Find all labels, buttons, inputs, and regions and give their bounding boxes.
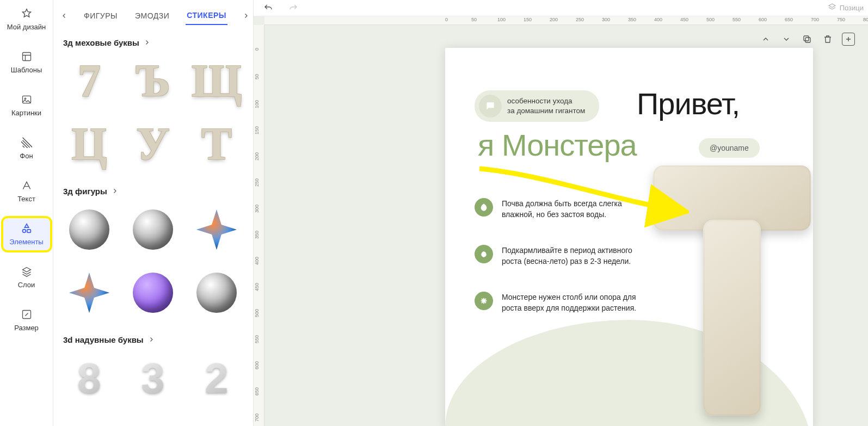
editor-area: Позици 050100150200250300350400450500550… xyxy=(254,0,868,426)
ruler-tick: 50 xyxy=(471,17,477,22)
ruler-tick: 400 xyxy=(254,257,260,265)
add-page-button[interactable] xyxy=(842,33,855,46)
tabs-next[interactable] xyxy=(243,11,249,21)
tab-emoji[interactable]: ЭМОДЗИ xyxy=(134,7,170,24)
ruler-tick: 450 xyxy=(680,17,688,22)
section-balloon-letters[interactable]: 3d надувные буквы xyxy=(63,335,243,344)
balloon-letter-item[interactable]: 2 xyxy=(190,352,243,404)
layers-icon xyxy=(828,3,836,13)
ruler-tick: 150 xyxy=(254,126,260,134)
top-toolbar: Позици xyxy=(254,0,868,16)
ruler-tick: 0 xyxy=(254,48,260,51)
artboard-actions xyxy=(759,33,855,46)
balloon-grid: 8 3 2 xyxy=(63,352,243,404)
ruler-tick: 600 xyxy=(254,361,260,369)
nav-templates[interactable]: Шаблоны xyxy=(3,46,50,78)
fur-letter-item[interactable]: Щ xyxy=(190,55,243,107)
bullet-1[interactable]: Почва должна быть всегда слегка влажной,… xyxy=(475,198,643,220)
balloon-letter-item[interactable]: 3 xyxy=(127,352,179,404)
ruler-tick: 100 xyxy=(254,100,260,108)
nav-mydesign[interactable]: Мой дизайн xyxy=(3,3,50,35)
ruler-tick: 350 xyxy=(254,231,260,239)
nav-label: Слои xyxy=(18,281,35,289)
ruler-tick: 250 xyxy=(576,17,584,22)
ruler-tick: 800 xyxy=(863,17,868,22)
fur-letter-item[interactable]: Ц xyxy=(63,118,115,170)
move-up-button[interactable] xyxy=(759,33,772,46)
chevron-right-icon xyxy=(148,335,155,344)
redo-button[interactable] xyxy=(287,2,299,14)
horizontal-ruler: 0501001502002503003504004505005506006507… xyxy=(264,16,868,25)
nav-label: Шаблоны xyxy=(11,66,42,74)
left-nav: Мой дизайн Шаблоны Картинки Фон Текст Эл… xyxy=(0,0,53,426)
design-title-1[interactable]: Привет, xyxy=(637,86,740,121)
nav-elements[interactable]: Элементы xyxy=(3,218,50,250)
balloon-letter-item[interactable]: 8 xyxy=(63,352,115,404)
fur-letter-item[interactable]: У xyxy=(127,118,179,170)
fur-letter-item[interactable]: Ъ xyxy=(127,55,179,107)
nav-layers[interactable]: Слои xyxy=(3,261,50,293)
ruler-tick: 150 xyxy=(524,17,532,22)
tag-chip[interactable]: особенности ухода за домашним гигантом xyxy=(475,90,599,122)
ruler-tick: 50 xyxy=(254,74,260,79)
nav-size[interactable]: Размер xyxy=(3,304,50,336)
svg-rect-4 xyxy=(27,230,30,233)
chevron-right-icon xyxy=(144,38,150,47)
delete-button[interactable] xyxy=(821,33,834,46)
canvas-viewport[interactable]: 0501001502002503003504004505005506006507… xyxy=(254,16,868,426)
fur-letter-item[interactable]: 7 xyxy=(63,55,115,107)
duplicate-button[interactable] xyxy=(801,33,814,46)
ruler-tick: 500 xyxy=(254,309,260,317)
shape-item[interactable] xyxy=(127,267,179,319)
nav-label: Текст xyxy=(17,195,35,203)
shape-item[interactable] xyxy=(190,267,243,319)
shape-item[interactable] xyxy=(63,267,115,319)
shape-item[interactable] xyxy=(190,203,243,256)
ruler-tick: 700 xyxy=(254,413,260,422)
panel-tabs: ФИГУРЫ ЭМОДЗИ СТИКЕРЫ xyxy=(53,0,253,25)
resize-icon xyxy=(21,308,33,320)
section-title: 3д меховые буквы xyxy=(63,38,139,47)
text-icon xyxy=(21,180,33,192)
ruler-tick: 500 xyxy=(706,17,715,22)
fur-letter-item[interactable]: Т xyxy=(190,118,243,170)
artboard[interactable]: особенности ухода за домашним гигантом П… xyxy=(445,48,813,426)
ruler-tick: 200 xyxy=(254,152,260,160)
panel-body[interactable]: 3д меховые буквы 7 Ъ Щ Ц У Т 3д фигуры xyxy=(53,25,253,426)
shape-item[interactable] xyxy=(127,203,179,256)
nav-text[interactable]: Текст xyxy=(3,175,50,207)
chat-icon xyxy=(479,95,502,118)
bullet-2[interactable]: Подкармливайте в период активного роста … xyxy=(475,245,643,267)
svg-point-2 xyxy=(24,98,26,100)
nav-label: Мой дизайн xyxy=(7,23,46,31)
shapes-icon xyxy=(21,223,33,234)
section-fur-letters[interactable]: 3д меховые буквы xyxy=(63,38,243,47)
username-pill[interactable]: @youname xyxy=(699,138,760,158)
star-icon xyxy=(21,8,33,20)
position-button[interactable]: Позици xyxy=(828,3,864,13)
ruler-tick: 400 xyxy=(654,17,662,22)
ruler-tick: 0 xyxy=(445,17,448,22)
tab-shapes[interactable]: ФИГУРЫ xyxy=(83,7,119,24)
move-down-button[interactable] xyxy=(780,33,793,46)
undo-button[interactable] xyxy=(262,2,274,14)
tab-stickers[interactable]: СТИКЕРЫ xyxy=(186,7,227,25)
ruler-tick: 550 xyxy=(732,17,741,22)
nav-background[interactable]: Фон xyxy=(3,132,50,164)
nav-images[interactable]: Картинки xyxy=(3,89,50,121)
tabs-prev[interactable] xyxy=(61,11,67,21)
elements-panel: ФИГУРЫ ЭМОДЗИ СТИКЕРЫ 3д меховые буквы 7… xyxy=(53,0,254,426)
shape-item[interactable] xyxy=(63,203,115,256)
shapes-grid xyxy=(63,203,243,319)
section-3d-shapes[interactable]: 3д фигуры xyxy=(63,187,243,196)
chevron-right-icon xyxy=(112,187,118,196)
ruler-tick: 650 xyxy=(785,17,793,22)
fur-letter-t-placed[interactable] xyxy=(648,165,813,426)
nav-label: Размер xyxy=(14,324,39,332)
nav-label: Картинки xyxy=(11,109,41,117)
design-title-2[interactable]: я Монстера xyxy=(478,127,637,163)
svg-point-3 xyxy=(22,230,26,233)
bullet-3[interactable]: Монстере нужен столб или опора для роста… xyxy=(475,292,643,314)
ruler-tick: 200 xyxy=(550,17,558,22)
nav-label: Элементы xyxy=(9,238,43,246)
